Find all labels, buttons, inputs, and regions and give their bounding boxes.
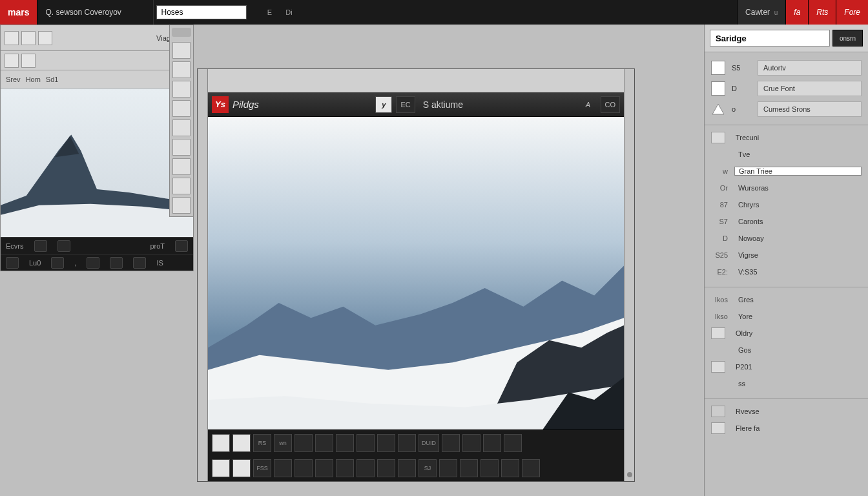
panel-search-input[interactable] [710,30,830,46]
status-icon[interactable] [6,257,19,269]
menu-dropdown-1[interactable]: Q. sewson Coveroyov [37,0,154,25]
list-row[interactable]: S7Caronts [711,213,862,230]
titlebar-button[interactable]: A [580,96,597,113]
thumbnail-item[interactable]: FSS [253,459,271,477]
list-row[interactable]: OrWursoras [711,180,862,196]
titlebar-button[interactable]: y [375,96,392,113]
list-row[interactable]: E2:V:S35 [711,264,862,280]
thumbnail-item[interactable] [398,434,416,452]
tool-button[interactable] [172,81,191,98]
top-icon-1[interactable]: E [262,5,277,20]
tab-cawter[interactable]: Cawter u [737,0,785,25]
sub-item[interactable]: Hom [26,76,41,83]
tool-button[interactable] [172,42,191,59]
list-row[interactable]: ss [711,375,862,392]
thumbnail-item[interactable] [460,459,478,477]
tool-button[interactable] [172,158,191,175]
thumbnail-item[interactable] [336,459,354,477]
brand-tab[interactable]: mars [0,0,37,25]
thumbnail-item[interactable] [315,434,333,452]
thumbnail-item[interactable] [462,434,480,452]
thumbnail-item[interactable] [356,434,375,452]
tool-button[interactable] [172,100,191,117]
tool-button[interactable] [172,178,191,194]
sub-item[interactable]: Sd1 [46,76,59,83]
thumbnail-item[interactable] [522,459,540,477]
tool-button[interactable] [172,197,191,214]
tool-button[interactable] [21,31,36,45]
thumbnail-item[interactable] [501,459,519,477]
thumbnail-item[interactable] [442,434,460,452]
thumbnail-item[interactable]: DUID [418,434,439,452]
swatch-row[interactable]: D Crue Font [711,78,862,99]
folder-icon [711,406,725,417]
list-row[interactable]: Oldry [711,325,862,342]
list-row[interactable]: S25Vigrse [711,247,862,264]
thumbnail-item[interactable] [356,459,375,477]
status-icon[interactable] [87,257,99,269]
tool-button[interactable] [38,31,52,45]
status-icon[interactable] [51,257,64,269]
top-input[interactable] [156,5,247,19]
tool-button[interactable] [21,54,36,68]
status-icon[interactable] [133,257,146,269]
swatch-label: Autortv [758,60,862,76]
titlebar-button[interactable]: CO [601,96,621,113]
thumbnail-item[interactable] [274,459,292,477]
thumbnail-item[interactable] [336,434,354,452]
thumbnail-item[interactable]: wn [274,434,292,452]
thumbnail-item[interactable]: RS [253,434,271,452]
list-row[interactable]: IkosGres [711,291,862,308]
thumbnail-item[interactable] [232,459,251,477]
list-row[interactable]: DNowoay [711,230,862,247]
thumbnail-item[interactable] [294,459,313,477]
status-icon[interactable] [175,240,188,252]
thumbnail-item[interactable] [232,434,251,452]
swatch-code: S5 [732,64,751,72]
list-row[interactable]: 87Chryrs [711,196,862,213]
thumbnail-item[interactable] [315,459,333,477]
list-row[interactable]: Flere fa [711,420,862,437]
sub-item[interactable]: Srev [6,76,21,83]
list-row[interactable]: Tve [711,146,862,163]
list-row[interactable]: P201 [711,358,862,375]
status-icon[interactable] [57,240,70,252]
thumbnail-item[interactable]: SJ [418,459,437,477]
tool-button[interactable] [5,54,19,68]
thumbnail-item[interactable] [377,434,395,452]
list-row[interactable]: wGran Triee [711,163,862,180]
tool-button[interactable] [172,119,191,136]
tab-fore[interactable]: Fore [836,0,868,25]
thumbnail-item[interactable] [483,434,501,452]
swatch-row[interactable]: S5 Autortv [711,57,862,78]
tool-button[interactable] [172,61,191,78]
thumbnail-item[interactable] [480,459,499,477]
status-icon[interactable] [34,240,47,252]
list-row[interactable]: IksoYore [711,308,862,325]
list-row[interactable]: Rvevse [711,403,862,420]
tool-button[interactable] [172,139,191,156]
drag-handle-icon[interactable] [172,28,191,37]
tool-button[interactable] [5,31,19,45]
swatch-row[interactable]: o Cumesd Srons [711,99,862,119]
editor-canvas[interactable] [208,117,624,429]
top-icon-2[interactable]: Di [281,5,296,20]
list-row[interactable]: Gos [711,342,862,358]
thumbnail-item[interactable] [439,459,457,477]
thumbnail-item[interactable] [212,434,230,452]
thumbnail-item[interactable] [294,434,313,452]
thumb-row: FSSSJ [208,456,624,482]
tab-fa[interactable]: fa [785,0,808,25]
thumbnail-item[interactable] [504,434,522,452]
thumbnail-item[interactable] [377,459,395,477]
thumbnail-item[interactable] [212,459,230,477]
list-row[interactable]: Trecuni [711,129,862,146]
resize-grip-icon[interactable] [627,472,632,477]
app-logo-icon[interactable]: Ys [212,96,229,113]
thumbnail-item[interactable] [398,459,416,477]
thumb-icon [711,361,725,373]
status-icon[interactable] [110,257,123,269]
tab-rts[interactable]: Rts [808,0,836,25]
titlebar-button[interactable]: EC [396,96,415,113]
panel-search-button[interactable]: onsrn [832,30,863,46]
